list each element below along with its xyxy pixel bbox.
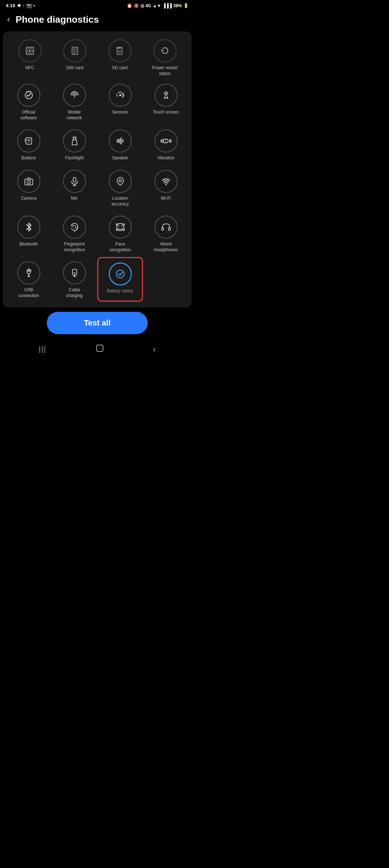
- battery-icon: 🔋: [183, 3, 189, 8]
- vibration-icon: [155, 129, 178, 152]
- svg-line-23: [72, 137, 73, 138]
- grid-item-buttons[interactable]: Buttons: [6, 125, 52, 164]
- buttons-label: Buttons: [21, 155, 36, 161]
- svg-point-34: [28, 181, 30, 183]
- grid-item-touch-screen[interactable]: Touch screen: [143, 79, 189, 124]
- svg-point-0: [29, 50, 31, 52]
- mic-icon: [63, 170, 86, 193]
- test-all-button[interactable]: Test all: [47, 312, 148, 334]
- speaker-icon: [109, 129, 132, 152]
- svg-rect-35: [73, 177, 76, 182]
- grid-item-bluetooth[interactable]: Bluetooth: [6, 211, 52, 256]
- wired-headphones-icon: [155, 216, 178, 239]
- grid-item-wired-headphones[interactable]: Wired headphones: [143, 211, 189, 256]
- mobile-network-label: Mobile network: [60, 110, 89, 121]
- grid-item-fingerprint[interactable]: Fingerprint recognition: [52, 211, 97, 256]
- svg-line-22: [76, 137, 77, 138]
- grid-item-location[interactable]: Location accuracy: [97, 165, 143, 210]
- signal-bars: ▲▼: [153, 3, 161, 8]
- grid-item-battery-status[interactable]: Battery status: [97, 257, 143, 301]
- svg-line-30: [165, 140, 166, 141]
- grid-item-speaker[interactable]: Speaker: [97, 125, 143, 164]
- official-software-icon: [17, 84, 40, 107]
- grid-item-face-recognition[interactable]: Face recognition: [97, 211, 143, 256]
- mute-icon: 🔇: [134, 3, 139, 8]
- wifi-icon: [155, 170, 178, 193]
- svg-point-48: [27, 270, 28, 271]
- cable-charging-label: Cable charging: [60, 287, 89, 298]
- touch-screen-label: Touch screen: [153, 110, 179, 115]
- bluetooth-icon: [17, 216, 40, 239]
- svg-rect-2: [73, 49, 76, 51]
- grid-item-mic[interactable]: Mic: [52, 165, 97, 210]
- nfc-label: NFC: [25, 65, 34, 71]
- battery-status-icon: [109, 262, 132, 285]
- back-nav-icon[interactable]: ‹: [153, 344, 156, 354]
- status-right: ⏰ 🔇 ◎ 4G ▲▼ ▐▐▐ 38% 🔋: [127, 3, 189, 8]
- notification-icons: ❖ ↑ 📷 •: [17, 3, 35, 8]
- fingerprint-label: Fingerprint recognition: [60, 242, 89, 253]
- diagnostics-grid-container: NFC SIM card: [3, 31, 192, 307]
- grid-item-sd[interactable]: SD card: [97, 35, 142, 79]
- grid-item-power-restart[interactable]: Power restart status: [142, 35, 187, 79]
- grid-item-mobile-network[interactable]: Mobile network: [52, 79, 97, 124]
- svg-rect-17: [27, 142, 30, 142]
- grid-item-camera[interactable]: Camera: [6, 165, 52, 210]
- buttons-icon: [17, 129, 40, 152]
- face-recognition-label: Face recognition: [106, 242, 135, 253]
- sim-icon: [63, 39, 86, 62]
- signal-strength: ▐▐▐: [162, 3, 172, 8]
- nfc-icon: [18, 39, 41, 62]
- svg-line-31: [165, 142, 166, 142]
- sensors-label: Sensors: [112, 110, 128, 115]
- grid-item-wifi[interactable]: Wi-Fi: [143, 165, 189, 210]
- recent-apps-icon[interactable]: |||: [39, 345, 46, 353]
- back-button[interactable]: ‹: [6, 13, 11, 26]
- bluetooth-label: Bluetooth: [19, 242, 38, 247]
- wifi-icon: ◎: [140, 3, 144, 8]
- page-title: Phone diagnostics: [15, 14, 99, 25]
- grid-item-official-software[interactable]: Official software: [6, 79, 52, 124]
- sd-icon: [108, 39, 131, 62]
- wifi-label: Wi-Fi: [161, 196, 171, 201]
- time: 4:19: [6, 3, 15, 8]
- battery-percent: 38%: [173, 3, 182, 8]
- power-restart-icon: [153, 39, 176, 62]
- fingerprint-icon: [63, 216, 86, 239]
- usb-connection-icon: [17, 261, 40, 284]
- status-left: 4:19 ❖ ↑ 📷 •: [6, 3, 35, 8]
- camera-icon: [17, 170, 40, 193]
- grid-item-sensors[interactable]: Sensors: [97, 79, 143, 124]
- svg-point-14: [165, 93, 166, 94]
- sd-label: SD card: [112, 65, 128, 71]
- svg-marker-25: [164, 139, 169, 143]
- svg-point-41: [118, 226, 119, 227]
- wired-headphones-label: Wired headphones: [152, 242, 180, 253]
- grid-item-usb-connection[interactable]: USB connection: [6, 257, 52, 301]
- location-label: Location accuracy: [106, 196, 135, 207]
- svg-point-38: [119, 179, 121, 182]
- sensors-icon: [109, 84, 132, 107]
- header: ‹ Phone diagnostics: [0, 10, 194, 31]
- grid-item-nfc[interactable]: NFC: [7, 35, 52, 79]
- battery-status-label: Battery status: [107, 288, 133, 294]
- svg-rect-16: [27, 139, 30, 141]
- cable-charging-icon: [63, 261, 86, 284]
- vibration-label: Vibration: [157, 155, 174, 161]
- touch-screen-icon: [155, 84, 178, 107]
- grid-item-empty: [143, 257, 189, 301]
- grid-item-sim[interactable]: SIM card: [52, 35, 97, 79]
- grid-item-flashlight[interactable]: Flashlight: [52, 125, 97, 164]
- speaker-label: Speaker: [112, 155, 128, 161]
- bottom-nav: ||| ‹: [0, 340, 194, 361]
- grid-item-cable-charging[interactable]: Cable charging: [52, 257, 97, 301]
- status-bar: 4:19 ❖ ↑ 📷 • ⏰ 🔇 ◎ 4G ▲▼ ▐▐▐ 38% 🔋: [0, 0, 194, 10]
- home-icon[interactable]: [95, 344, 104, 355]
- svg-marker-24: [117, 138, 121, 144]
- svg-rect-49: [30, 270, 31, 271]
- alarm-icon: ⏰: [127, 3, 132, 8]
- official-software-label: Official software: [14, 110, 43, 121]
- grid-item-vibration[interactable]: Vibration: [143, 125, 189, 164]
- camera-label: Camera: [21, 196, 36, 201]
- network-type: 4G: [146, 3, 151, 8]
